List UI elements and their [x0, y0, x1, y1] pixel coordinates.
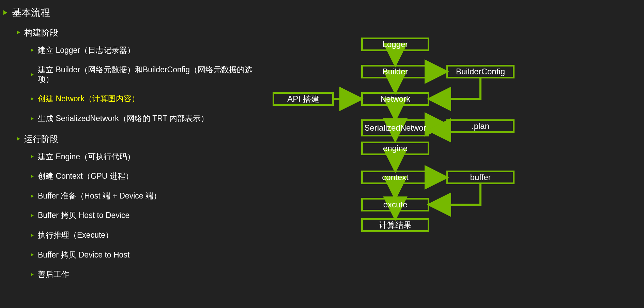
outline-title: 基本流程 — [12, 7, 50, 18]
outline-item-text: 建立 Logger（日志记录器） — [38, 46, 135, 55]
outline-item-text: 建立 Engine（可执行代码） — [38, 152, 135, 162]
node-plan: .plan — [446, 119, 515, 133]
outline-item-text: Buffer 拷贝 Host to Device — [38, 211, 129, 220]
outline-item-text: Buffer 拷贝 Device to Host — [38, 250, 129, 260]
node-api: API 搭建 — [273, 92, 334, 106]
bullet-icon — [3, 10, 7, 15]
node-engine: engine — [361, 142, 429, 155]
node-label: Network — [380, 94, 410, 104]
section-heading-run: 运行阶段 — [0, 134, 266, 144]
bullet-icon — [31, 97, 34, 101]
outline-item: 建立 Logger（日志记录器） — [0, 46, 266, 55]
node-builder-config: BuilderConfig — [446, 65, 515, 78]
bullet-icon — [31, 73, 34, 76]
section-heading-text: 运行阶段 — [24, 134, 58, 144]
node-label: API 搭建 — [287, 93, 319, 104]
node-label: buffer — [470, 173, 491, 182]
node-label: Logger — [383, 40, 408, 49]
node-label: .plan — [472, 121, 489, 131]
outline-item-text: 执行推理（Execute） — [38, 231, 113, 240]
node-builder: Builder — [361, 65, 429, 78]
section-heading-text: 构建阶段 — [24, 27, 58, 38]
outline-item: 执行推理（Execute） — [0, 231, 266, 240]
outline-item: 建立 Engine（可执行代码） — [0, 152, 266, 162]
outline-item: 创建 Context（GPU 进程） — [0, 172, 266, 181]
bullet-icon — [31, 117, 34, 120]
outline-panel: 基本流程 构建阶段 建立 Logger（日志记录器） 建立 Builder（网络… — [0, 3, 266, 290]
outline-item-text: Buffer 准备（Host 端 + Device 端） — [38, 191, 161, 201]
outline-item-text: 善后工作 — [38, 270, 69, 279]
outline-item: 善后工作 — [0, 270, 266, 279]
node-buffer: buffer — [446, 171, 515, 184]
bullet-icon — [17, 137, 20, 141]
node-label: excute — [383, 200, 408, 209]
bullet-icon — [31, 253, 34, 256]
outline-item-text: 创建 Network（计算图内容） — [38, 94, 139, 104]
bullet-icon — [31, 175, 34, 178]
node-logger: Logger — [361, 38, 429, 51]
outline-item: 生成 SerializedNetwork（网络的 TRT 内部表示） — [0, 114, 266, 123]
node-label: 计算结果 — [379, 220, 412, 231]
outline-item-current: 创建 Network（计算图内容） — [0, 94, 266, 104]
outline-item-text: 建立 Builder（网络元数据）和BuilderConfig（网络元数据的选项… — [38, 65, 266, 84]
bullet-icon — [31, 48, 34, 52]
bullet-icon — [17, 31, 20, 34]
outline-item-text: 创建 Context（GPU 进程） — [38, 172, 133, 181]
node-label: context — [382, 173, 408, 182]
outline-item: Buffer 准备（Host 端 + Device 端） — [0, 191, 266, 201]
node-label: BuilderConfig — [456, 67, 505, 76]
bullet-icon — [31, 214, 34, 217]
section-heading-build: 构建阶段 — [0, 27, 266, 38]
node-serialized: SerializedNetwor — [361, 119, 429, 136]
node-network: Network — [361, 92, 429, 106]
flow-diagram: Logger Builder BuilderConfig API 搭建 Netw… — [266, 34, 637, 300]
node-context: context — [361, 171, 429, 184]
outline-item: Buffer 拷贝 Device to Host — [0, 250, 266, 260]
outline-item: Buffer 拷贝 Host to Device — [0, 211, 266, 220]
node-result: 计算结果 — [361, 218, 429, 232]
outline-item-text: 生成 SerializedNetwork（网络的 TRT 内部表示） — [38, 114, 209, 123]
bullet-icon — [31, 234, 34, 237]
bullet-icon — [31, 273, 34, 276]
node-label: engine — [383, 144, 408, 153]
outline-item: 建立 Builder（网络元数据）和BuilderConfig（网络元数据的选项… — [0, 65, 266, 84]
node-execute: excute — [361, 198, 429, 211]
bullet-icon — [31, 155, 34, 158]
bullet-icon — [31, 194, 34, 198]
node-label: SerializedNetwor — [364, 123, 426, 133]
node-label: Builder — [383, 67, 408, 76]
outline-title-row: 基本流程 — [0, 7, 266, 18]
